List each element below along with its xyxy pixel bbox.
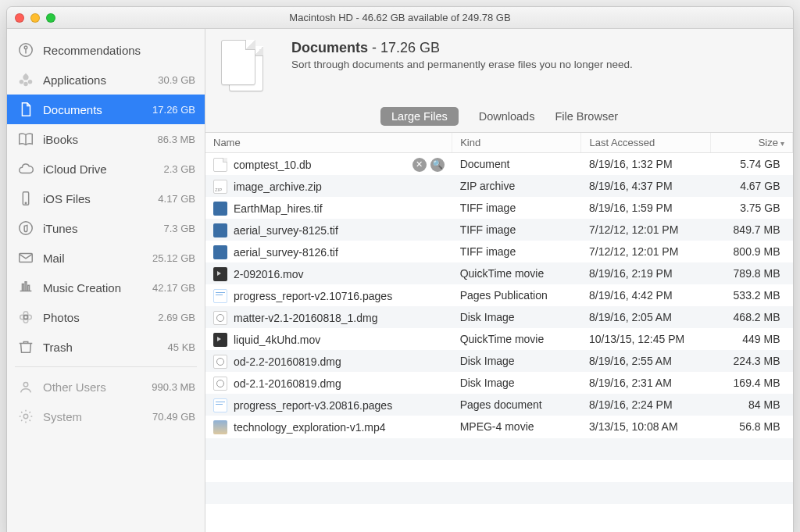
table-row[interactable]: od-2.2-20160819.dmgDisk Image8/19/16, 2:… <box>205 350 793 372</box>
sidebar-item-itunes[interactable]: iTunes 7.3 GB <box>7 213 205 243</box>
table-row[interactable]: aerial_survey-8125.tifTIFF image7/12/12,… <box>205 219 793 241</box>
window-title: Macintosh HD - 46.62 GB available of 249… <box>7 12 793 23</box>
svg-point-12 <box>23 414 28 419</box>
file-kind: TIFF image <box>452 241 581 262</box>
file-kind: QuickTime movie <box>452 328 581 350</box>
img-file-icon <box>213 202 227 216</box>
delete-file-button[interactable]: ✕ <box>412 158 427 172</box>
dmg-file-icon <box>213 377 227 391</box>
table-row[interactable]: progress_report-v3.20816.pagesPages docu… <box>205 394 793 416</box>
file-size: 5.74 GB <box>710 153 792 176</box>
file-name: od-2.2-20160819.dmg <box>234 355 445 368</box>
documents-stack-icon <box>221 40 277 96</box>
sidebar-item-trash[interactable]: Trash 45 KB <box>7 332 205 362</box>
sidebar-item-size: 86.3 MB <box>158 134 195 145</box>
file-size: 849.7 MB <box>710 219 792 241</box>
column-header-kind[interactable]: Kind <box>452 133 581 153</box>
sidebar-item-music-creation[interactable]: Music Creation 42.17 GB <box>7 273 205 302</box>
dmg-file-icon <box>213 311 227 325</box>
file-size: 56.8 MB <box>710 416 792 438</box>
header-panel: Documents - 17.26 GB Sort through docume… <box>205 29 793 133</box>
file-last-accessed: 7/12/12, 12:01 PM <box>581 219 710 241</box>
zip-file-icon <box>213 180 227 194</box>
sidebar-item-other-users[interactable]: Other Users 990.3 MB <box>7 372 205 402</box>
svg-point-3 <box>25 202 26 203</box>
sidebar-item-label: Trash <box>43 341 160 354</box>
table-row[interactable]: aerial_survey-8126.tifTIFF image7/12/12,… <box>205 241 793 262</box>
sidebar-item-label: Recommendations <box>43 44 188 57</box>
table-row-empty <box>205 482 793 504</box>
table-row[interactable]: comptest_10.db✕🔍Document8/19/16, 1:32 PM… <box>205 153 793 176</box>
segmented-control: Large Files Downloads File Browser <box>380 107 618 126</box>
header-title-size: 17.26 GB <box>380 40 440 55</box>
sidebar-item-photos[interactable]: Photos 2.69 GB <box>7 302 205 332</box>
user-icon <box>16 377 35 396</box>
pages-file-icon <box>213 398 227 412</box>
table-row[interactable]: EarthMap_hires.tifTIFF image8/19/16, 1:5… <box>205 197 793 219</box>
file-name: aerial_survey-8125.tif <box>234 224 445 237</box>
file-kind: TIFF image <box>452 219 581 241</box>
sidebar-item-recommendations[interactable]: Recommendations <box>7 35 205 65</box>
photos-icon <box>16 308 35 327</box>
file-kind: ZIP archive <box>452 175 581 197</box>
sidebar-item-size: 30.9 GB <box>158 74 195 86</box>
file-kind: Pages document <box>452 394 581 416</box>
file-last-accessed: 10/13/15, 12:45 PM <box>581 328 710 350</box>
storage-management-window: Macintosh HD - 46.62 GB available of 249… <box>6 6 794 532</box>
file-last-accessed: 8/19/16, 1:32 PM <box>581 153 710 176</box>
column-header-size[interactable]: Size▾ <box>710 133 792 153</box>
file-name: progress_report-v2.10716.pages <box>234 290 445 302</box>
table-row[interactable]: technology_exploration-v1.mp4MPEG-4 movi… <box>205 416 793 438</box>
table-row[interactable]: od-2.1-20160819.dmgDisk Image8/19/16, 2:… <box>205 372 793 394</box>
sidebar-item-ios-files[interactable]: iOS Files 4.17 GB <box>7 184 205 213</box>
img-file-icon <box>213 223 227 237</box>
sidebar-item-label: iTunes <box>43 222 156 235</box>
pages-file-icon <box>213 289 227 303</box>
file-size: 84 MB <box>710 394 792 416</box>
mov-file-icon <box>213 267 227 281</box>
file-last-accessed: 7/12/12, 12:01 PM <box>581 241 710 262</box>
file-kind: TIFF image <box>452 197 581 219</box>
table-row[interactable]: progress_report-v2.10716.pagesPages Publ… <box>205 284 793 306</box>
mp4-file-icon <box>213 420 227 434</box>
column-header-last-accessed[interactable]: Last Accessed <box>581 133 710 153</box>
icloud-icon <box>16 159 35 178</box>
reveal-file-button[interactable]: 🔍 <box>430 158 445 172</box>
sidebar-item-applications[interactable]: Applications 30.9 GB <box>7 65 205 95</box>
itunes-icon <box>16 219 35 237</box>
segment-file-browser[interactable]: File Browser <box>555 110 618 123</box>
file-size: 169.4 MB <box>710 372 792 394</box>
column-header-name[interactable]: Name <box>205 133 452 153</box>
sidebar-item-mail[interactable]: Mail 25.12 GB <box>7 243 205 273</box>
sidebar-item-ibooks[interactable]: iBooks 86.3 MB <box>7 124 205 154</box>
sidebar-item-label: iCloud Drive <box>43 162 156 176</box>
file-kind: Disk Image <box>452 306 581 328</box>
svg-point-11 <box>23 383 28 387</box>
file-size: 3.75 GB <box>710 197 792 219</box>
sidebar: Recommendations Applications 30.9 GB Doc… <box>7 29 205 532</box>
file-table-wrap[interactable]: Name Kind Last Accessed Size▾ comptest_1… <box>205 133 793 532</box>
svg-point-4 <box>20 222 33 235</box>
music-creation-icon <box>16 278 35 297</box>
table-row[interactable]: liquid_4kUhd.movQuickTime movie10/13/15,… <box>205 328 793 350</box>
applications-icon <box>16 70 35 89</box>
sidebar-item-system[interactable]: System 70.49 GB <box>7 402 205 431</box>
sidebar-item-icloud-drive[interactable]: iCloud Drive 2.3 GB <box>7 154 205 184</box>
file-size: 224.3 MB <box>710 350 792 372</box>
sidebar-item-size: 25.12 GB <box>152 252 195 264</box>
table-row[interactable]: image_archive.zipZIP archive8/19/16, 4:3… <box>205 175 793 197</box>
file-last-accessed: 8/19/16, 2:05 AM <box>581 306 710 328</box>
file-name: progress_report-v3.20816.pages <box>234 399 445 412</box>
sidebar-item-size: 2.3 GB <box>164 163 195 175</box>
content-pane: Documents - 17.26 GB Sort through docume… <box>205 29 793 532</box>
file-last-accessed: 8/19/16, 4:37 PM <box>581 175 710 197</box>
sidebar-item-documents[interactable]: Documents 17.26 GB <box>7 95 205 124</box>
table-row[interactable]: 2-092016.movQuickTime movie8/19/16, 2:19… <box>205 262 793 284</box>
segment-large-files[interactable]: Large Files <box>380 107 459 126</box>
segment-downloads[interactable]: Downloads <box>479 110 535 123</box>
chevron-down-icon: ▾ <box>780 139 784 148</box>
file-kind: QuickTime movie <box>452 262 581 284</box>
file-kind: MPEG-4 movie <box>452 416 581 438</box>
table-row[interactable]: matter-v2.1-20160818_1.dmgDisk Image8/19… <box>205 306 793 328</box>
sidebar-item-size: 4.17 GB <box>158 193 195 205</box>
